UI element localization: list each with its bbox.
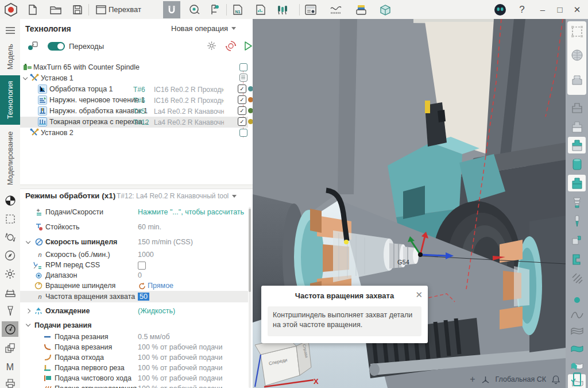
measure-gauge-icon[interactable] — [186, 1, 203, 18]
machine-node-box[interactable] — [239, 63, 247, 71]
tree-row-operation-selected[interactable]: Токарная отрезка с перехва... T#12 La4 R… — [20, 117, 248, 128]
panel-splitter[interactable] — [20, 185, 253, 189]
machine-setup-icon[interactable] — [2, 285, 18, 300]
part-layers-icon[interactable] — [568, 194, 586, 210]
macro-icon[interactable]: M — [2, 359, 18, 375]
param-row-grip-rpm-selected[interactable]: n Частота вращения захвата 50 — [20, 291, 248, 302]
minimize-button[interactable]: – — [534, 1, 551, 18]
rotate-view-icon[interactable] — [2, 229, 18, 245]
operation-structure-icon[interactable] — [27, 41, 38, 51]
selection-box-icon[interactable] — [2, 211, 18, 226]
assistant-icon[interactable] — [492, 1, 509, 18]
flag-half-icon[interactable] — [568, 357, 586, 374]
param-row-plunge-feed[interactable]: Подача врезания 100 % от рабочей подачи — [20, 342, 248, 352]
viewport-3d[interactable]: Спереди Справа X G54 Частота вращения за… — [253, 19, 566, 388]
hamburger-menu-icon[interactable] — [2, 22, 18, 38]
param-row-finish-feed[interactable]: Подача чистового хода 100 % от рабочей п… — [20, 373, 248, 383]
flag-teal-icon[interactable] — [568, 340, 586, 356]
expand-icon[interactable] — [26, 309, 31, 314]
param-row-chipbreak-feed[interactable]: Подача стружколомания 100 % от рабочей п… — [20, 383, 248, 388]
rpm-before-css-checkbox[interactable] — [138, 262, 146, 270]
tree-row-setup2[interactable]: Установ 2 — [20, 128, 248, 139]
param-row-spindle-rotation[interactable]: Вращение шпинделя Прямое — [20, 281, 248, 291]
operation-checkbox[interactable]: ✓ — [238, 106, 246, 115]
tab-technology[interactable]: Технология — [0, 75, 20, 125]
capture-mode-button[interactable]: Перехват — [96, 5, 141, 14]
print-icon[interactable] — [2, 375, 18, 388]
play-icon[interactable] — [244, 41, 253, 51]
tool-drill-icon[interactable] — [2, 303, 18, 318]
param-row-rpm-before-css[interactable]: RPM перед CSS — [20, 260, 248, 270]
help-button[interactable]: ? — [513, 1, 531, 18]
tab-model[interactable]: Модель — [0, 41, 20, 73]
param-row-first-cut-feed[interactable]: Подача первого реза 100 % от рабочей под… — [20, 363, 248, 373]
collapse-icon[interactable] — [26, 239, 31, 244]
scrollbar-thumb[interactable] — [249, 209, 251, 292]
tree-row-operation[interactable]: Наружн. черновое точение 1 T#6 IC16 Re0.… — [20, 95, 248, 106]
maximize-button[interactable]: □ — [551, 1, 568, 18]
layers-icon[interactable] — [2, 341, 18, 356]
tree-row-machine[interactable]: MaxTurn 65 with Counter Spindle — [20, 62, 248, 73]
box-icon[interactable] — [377, 1, 394, 18]
compass-icon[interactable] — [2, 248, 18, 263]
drill-tool-icon[interactable] — [568, 213, 586, 229]
collapse-icon[interactable] — [23, 75, 28, 80]
tree-row-operation[interactable]: Наружн. обработка канавок 1 T#5 La4 Re0.… — [20, 106, 248, 117]
feeds-speeds-mode-icon[interactable] — [2, 321, 18, 337]
tool-selector-dropdown[interactable]: T#12: La4 Re0.2 R Канавочный tool — [117, 192, 237, 200]
new-file-icon[interactable] — [24, 1, 41, 18]
param-row-cutting-feeds[interactable]: Подачи резания — [20, 320, 248, 331]
part-gray-icon[interactable] — [568, 118, 586, 135]
datum-origin-icon[interactable] — [2, 193, 18, 208]
caliper-icon[interactable] — [207, 1, 224, 18]
operation-checkbox[interactable]: ✓ — [238, 117, 246, 126]
param-row-spindle-speed[interactable]: Скорость шпинделя 150 m/min (CSS) — [20, 237, 248, 247]
mesh-sphere-icon[interactable] — [568, 47, 586, 63]
calculator-icon[interactable] — [302, 1, 319, 18]
close-button[interactable]: ✕ — [568, 1, 586, 18]
param-row-rpm[interactable]: n Скорость (об./мин.) 1000 — [20, 249, 248, 260]
part-outline-icon[interactable] — [568, 99, 586, 116]
curve-icon[interactable] — [568, 306, 586, 323]
param-row-retract-feed[interactable]: Подача отхода 100 % от рабочей подачи — [20, 352, 248, 363]
param-row-feeds-speeds[interactable]: Подачи/Скорости Нажмите "...", чтобы рас… — [20, 207, 248, 217]
tree-row-operation[interactable]: Обработка торца 1 T#6 IC16 Re0.2 R Прохо… — [20, 84, 248, 95]
setup1-node-icon[interactable] — [239, 74, 247, 82]
save-icon[interactable] — [69, 1, 86, 18]
param-row-coolant[interactable]: Охлаждение (Жидкость) — [20, 306, 248, 316]
operation-checkbox[interactable]: ✓ — [238, 95, 246, 104]
tooltip-close-icon[interactable]: ✕ — [415, 290, 423, 300]
param-row-range[interactable]: Диапазон 0 — [20, 270, 248, 281]
hatch-icon[interactable] — [568, 270, 586, 286]
machine-sim-icon[interactable] — [568, 251, 586, 267]
recalculate-icon[interactable] — [226, 41, 236, 51]
gear-icon[interactable] — [207, 41, 216, 51]
part-transfer-icon[interactable] — [568, 232, 586, 248]
bell-icon[interactable] — [552, 375, 560, 384]
param-row-tool-life[interactable]: Стойкость 60 min. — [20, 222, 248, 232]
grip-rpm-input[interactable]: 50 — [138, 293, 149, 301]
stock-wireframe-icon[interactable] — [568, 23, 586, 40]
spline-icon[interactable] — [327, 1, 345, 18]
new-operation-dropdown[interactable]: Новая операция — [171, 24, 236, 33]
part-teal-top-icon[interactable] — [568, 137, 586, 153]
printer-3d-icon[interactable] — [353, 1, 370, 18]
collapse-icon[interactable] — [26, 322, 31, 327]
cylinder-teal-icon[interactable] — [568, 156, 586, 172]
csys-selector[interactable]: Глобальная СК — [496, 375, 547, 383]
settings-gear-icon[interactable] — [2, 266, 18, 282]
tool-library-icon[interactable] — [274, 1, 291, 18]
report-icon[interactable] — [252, 1, 269, 18]
nc-program-icon[interactable]: N1 — [229, 1, 246, 18]
add-csys-button[interactable]: + — [470, 374, 475, 385]
surface-outline-icon[interactable] — [568, 322, 586, 339]
transitions-toggle[interactable] — [48, 42, 65, 51]
solid-part-icon[interactable] — [568, 72, 586, 89]
part-teal-icon[interactable] — [568, 175, 586, 191]
operation-checkbox[interactable]: ✓ — [238, 84, 246, 93]
open-folder-icon[interactable] — [47, 1, 64, 18]
param-row-cut-feed[interactable]: Подача резания 0.5 мм/об — [20, 332, 248, 342]
setup2-node-box[interactable] — [239, 129, 247, 137]
magnet-snap-icon[interactable] — [163, 1, 180, 18]
tab-simulation[interactable]: Моделирование — [0, 127, 20, 189]
